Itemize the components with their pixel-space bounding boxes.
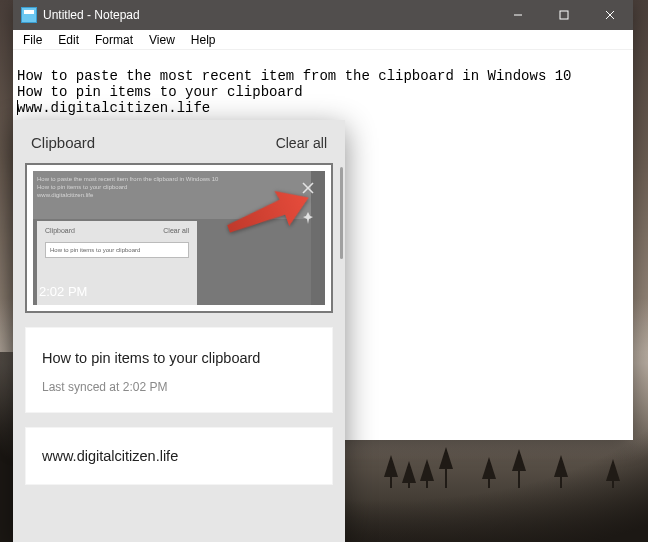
clipboard-list: How to paste the most recent item from t… [13,163,345,542]
thumb-panel-title: Clipboard [45,227,75,234]
pin-item-button[interactable] [297,207,319,229]
clipboard-item-text[interactable]: How to pin items to your clipboard Last … [25,327,333,413]
thumb-panel-item: How to pin items to your clipboard [45,242,189,258]
clipboard-item-sync: Last synced at 2:02 PM [26,380,332,412]
menu-help[interactable]: Help [187,33,220,47]
thumb-text: How to paste the most recent item from t… [37,175,321,183]
editor-line: How to pin items to your clipboard [17,84,303,100]
close-button[interactable] [587,0,633,30]
clipboard-item-content: How to pin items to your clipboard [26,328,332,380]
editor-line: www.digitalcitizen.life [17,100,210,116]
svg-rect-1 [560,11,568,19]
clipboard-panel: Clipboard Clear all How to paste the mos… [13,120,345,542]
item-timestamp: 2:02 PM [39,284,87,299]
clipboard-item-content: www.digitalcitizen.life [26,428,332,484]
clipboard-item-image[interactable]: How to paste the most recent item from t… [25,163,333,313]
scrollbar-thumb[interactable] [340,167,343,259]
text-caret [17,100,18,115]
thumb-text: How to pin items to your clipboard [37,183,321,191]
menu-format[interactable]: Format [91,33,137,47]
menubar: File Edit Format View Help [13,30,633,50]
menu-file[interactable]: File [19,33,46,47]
clipboard-title: Clipboard [31,134,95,151]
close-icon [301,181,315,195]
clipboard-thumbnail: How to paste the most recent item from t… [27,165,331,311]
titlebar[interactable]: Untitled - Notepad [13,0,633,30]
pin-icon [301,211,315,225]
notepad-icon [21,7,37,23]
editor-line: How to paste the most recent item from t… [17,68,572,84]
menu-edit[interactable]: Edit [54,33,83,47]
maximize-button[interactable] [541,0,587,30]
minimize-button[interactable] [495,0,541,30]
menu-view[interactable]: View [145,33,179,47]
clear-all-button[interactable]: Clear all [276,135,327,151]
delete-item-button[interactable] [297,177,319,199]
thumb-text: www.digitalcitizen.life [37,191,321,199]
window-title: Untitled - Notepad [43,8,140,22]
thumb-panel-clear: Clear all [163,227,189,234]
clipboard-item-text[interactable]: www.digitalcitizen.life [25,427,333,485]
